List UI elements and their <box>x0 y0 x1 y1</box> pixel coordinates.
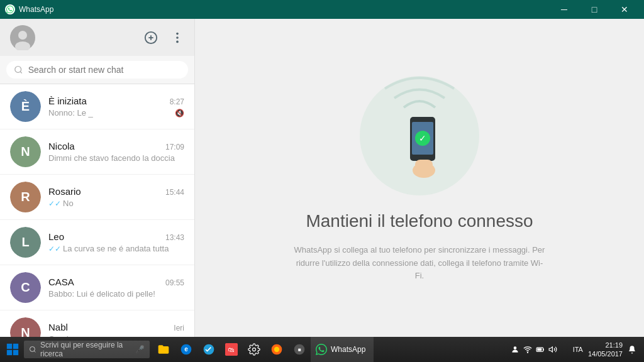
user-avatar[interactable] <box>10 25 35 50</box>
unknown-icon[interactable]: ■ <box>289 337 309 362</box>
svg-point-9 <box>15 67 21 73</box>
svg-text:🛍: 🛍 <box>228 346 235 353</box>
svg-point-8 <box>176 40 179 43</box>
chat-top: Leo 13:43 <box>48 231 184 242</box>
svg-marker-39 <box>549 347 552 352</box>
svg-rect-37 <box>543 349 543 351</box>
chat-info: Nabl Ieri Goodn <box>48 322 184 337</box>
chat-item[interactable]: R Rosario 15:44 ✓✓ No <box>0 175 194 220</box>
microphone-icon: 🎤 <box>135 345 145 354</box>
notification-icon[interactable] <box>628 345 636 354</box>
main-panel: ✓ Mantieni il telefono connesso WhatsApp… <box>195 19 644 337</box>
chat-avatar: È <box>10 91 41 122</box>
chat-name: È iniziata <box>48 96 87 106</box>
chat-info: È iniziata 8:27 Nonno: Le _🔇 <box>48 96 184 118</box>
time-display: 21:19 <box>605 341 623 349</box>
start-button[interactable] <box>3 337 23 362</box>
telegram-icon[interactable] <box>199 337 219 362</box>
taskbar-search-icon <box>29 345 36 354</box>
maximize-button[interactable]: □ <box>580 0 609 19</box>
chat-time: 09:55 <box>165 278 184 287</box>
chat-item[interactable]: N Nabl Ieri Goodn <box>0 310 194 337</box>
file-explorer-icon[interactable] <box>153 337 174 362</box>
chat-preview: ✓✓ La curva se ne é andata tutta <box>48 244 184 253</box>
edge-icon[interactable]: e <box>176 337 196 362</box>
tray-icons <box>511 345 557 354</box>
welcome-title: Mantieni il telefono connesso <box>306 211 533 231</box>
chat-info: Leo 13:43 ✓✓ La curva se ne é andata tut… <box>48 231 184 253</box>
search-icon <box>14 65 23 75</box>
svg-rect-20 <box>7 350 12 355</box>
minimize-button[interactable]: ─ <box>550 0 579 19</box>
chat-top: Nicola 17:09 <box>48 141 184 151</box>
chat-preview: Dimmi che stavo facendo la doccia <box>48 153 184 163</box>
chat-name: Rosario <box>48 186 81 197</box>
chat-top: Nabl Ieri <box>48 322 184 332</box>
chat-list: È È iniziata 8:27 Nonno: Le _🔇 N <box>0 84 194 337</box>
app-container: È È iniziata 8:27 Nonno: Le _🔇 N <box>0 19 644 337</box>
app-icon <box>5 4 15 14</box>
new-chat-button[interactable] <box>144 31 158 45</box>
chat-name: Nabl <box>48 322 68 332</box>
phone-illustration: ✓ <box>350 73 489 199</box>
svg-point-7 <box>176 36 179 39</box>
chat-preview: Babbo: Lui é delicato di pelle! <box>48 289 184 299</box>
header-icons <box>144 31 184 45</box>
svg-line-23 <box>34 351 35 352</box>
user-icon <box>511 345 519 354</box>
volume-icon <box>548 345 557 354</box>
chat-avatar: N <box>10 136 41 167</box>
chat-preview: ✓✓ No <box>48 199 184 208</box>
svg-line-10 <box>20 72 22 74</box>
title-bar-label: WhatsApp <box>19 5 53 14</box>
chat-avatar: L <box>10 227 41 258</box>
chat-top: È iniziata 8:27 <box>48 96 184 106</box>
svg-text:✓: ✓ <box>419 133 426 143</box>
chat-time: 17:09 <box>165 143 184 151</box>
svg-rect-17 <box>415 160 433 172</box>
sidebar: È È iniziata 8:27 Nonno: Le _🔇 N <box>0 19 195 337</box>
chat-info: CASA 09:55 Babbo: Lui é delicato di pell… <box>48 277 184 299</box>
menu-button[interactable] <box>170 31 184 45</box>
svg-rect-38 <box>537 348 541 351</box>
wifi-icon <box>523 345 532 354</box>
svg-rect-18 <box>7 344 12 349</box>
lang-label: ITA <box>573 346 583 353</box>
chat-time: 15:44 <box>165 188 184 197</box>
chat-item[interactable]: C CASA 09:55 Babbo: Lui é delicato di pe… <box>0 265 194 310</box>
system-tray: ITA 21:19 14/05/2017 <box>511 341 641 359</box>
chat-preview: Nonno: Le _🔇 <box>48 108 184 118</box>
svg-rect-19 <box>13 344 18 349</box>
chat-top: CASA 09:55 <box>48 277 184 287</box>
whatsapp-taskbar-button[interactable]: WhatsApp <box>311 337 374 362</box>
svg-text:■: ■ <box>297 346 301 353</box>
sidebar-header <box>0 19 194 56</box>
chat-item[interactable]: È È iniziata 8:27 Nonno: Le _🔇 <box>0 84 194 129</box>
battery-icon <box>536 345 545 354</box>
title-bar-left: WhatsApp <box>5 4 53 14</box>
chat-name: Leo <box>48 231 64 242</box>
firefox-icon[interactable] <box>267 337 287 362</box>
chat-time: 13:43 <box>165 233 184 242</box>
svg-point-1 <box>18 31 27 40</box>
chat-item[interactable]: L Leo 13:43 ✓✓ La curva se ne é andata t… <box>0 220 194 265</box>
store-icon[interactable]: 🛍 <box>221 337 242 362</box>
search-input[interactable] <box>28 65 180 75</box>
svg-point-34 <box>513 346 516 349</box>
close-button[interactable]: ✕ <box>610 0 639 19</box>
search-bar <box>0 56 194 84</box>
welcome-content: ✓ Mantieni il telefono connesso WhatsApp… <box>294 73 545 283</box>
svg-point-6 <box>176 32 179 35</box>
chat-top: Rosario 15:44 <box>48 186 184 197</box>
svg-text:e: e <box>184 346 188 353</box>
chat-item[interactable]: N Nicola 17:09 Dimmi che stavo facendo l… <box>0 129 194 175</box>
chat-name: CASA <box>48 277 74 287</box>
taskbar-search-text: Scrivi qui per eseguire la ricerca <box>40 341 131 358</box>
settings-icon[interactable] <box>244 337 264 362</box>
title-bar: WhatsApp ─ □ ✕ <box>0 0 644 19</box>
title-bar-controls: ─ □ ✕ <box>550 0 639 19</box>
taskbar-search[interactable]: Scrivi qui per eseguire la ricerca 🎤 <box>24 341 150 358</box>
date-display: 14/05/2017 <box>588 349 623 358</box>
svg-point-22 <box>30 347 35 352</box>
search-wrapper <box>6 61 188 79</box>
